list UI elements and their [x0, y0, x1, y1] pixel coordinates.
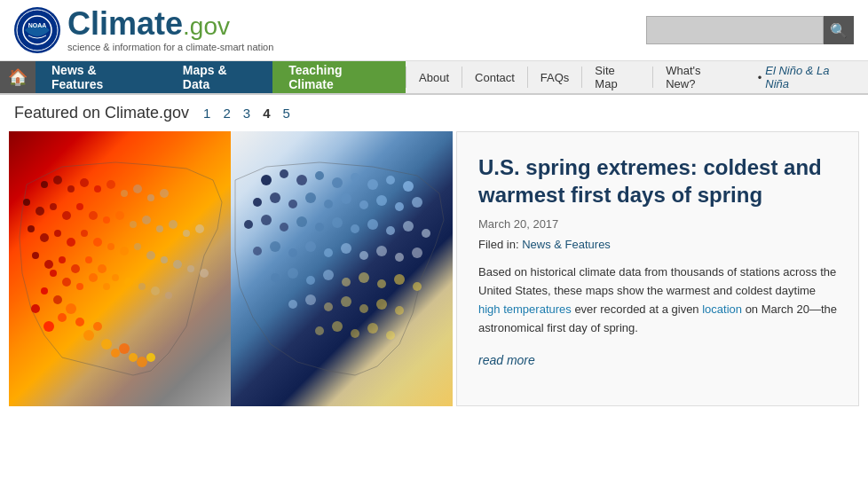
nav-elnino[interactable]: • El Niño & La Niña [746, 61, 868, 93]
svg-point-115 [323, 270, 334, 280]
svg-point-30 [124, 278, 133, 287]
svg-point-118 [377, 279, 386, 288]
page-2[interactable]: 2 [219, 104, 233, 122]
svg-point-89 [395, 202, 404, 211]
svg-point-38 [81, 230, 88, 237]
featured-bar: Featured on Climate.gov 1 2 3 4 5 [0, 95, 868, 131]
svg-point-47 [200, 269, 209, 278]
svg-point-124 [341, 296, 351, 307]
svg-point-42 [134, 243, 141, 250]
svg-point-15 [129, 353, 138, 362]
navbar: 🏠 News & Features Maps & Data Teaching C… [0, 61, 868, 95]
svg-point-78 [367, 179, 378, 190]
nav-faqs[interactable]: FAQs [528, 61, 582, 93]
svg-point-94 [296, 216, 307, 227]
svg-point-97 [351, 224, 359, 233]
svg-point-18 [50, 270, 57, 277]
svg-point-92 [261, 215, 272, 225]
article-date: March 20, 2017 [478, 217, 837, 231]
svg-point-32 [151, 287, 160, 295]
svg-point-126 [376, 299, 387, 310]
svg-point-4 [43, 321, 54, 332]
filed-link[interactable]: News & Features [522, 238, 611, 251]
article-title: U.S. spring extremes: coldest and warmes… [478, 153, 837, 208]
search-button[interactable]: 🔍 [824, 16, 854, 44]
map-warm [9, 131, 231, 406]
svg-point-39 [93, 238, 102, 247]
svg-point-6 [41, 287, 48, 294]
svg-point-40 [107, 243, 114, 250]
svg-point-25 [59, 256, 66, 263]
svg-point-110 [395, 253, 404, 262]
article-card: U.S. spring extremes: coldest and warmes… [456, 131, 859, 406]
svg-point-24 [44, 260, 53, 269]
svg-point-33 [165, 292, 172, 299]
page-4[interactable]: 4 [259, 104, 273, 122]
svg-point-114 [306, 276, 315, 285]
nav-whats-new[interactable]: What's New? [653, 61, 746, 93]
read-more-link[interactable]: read more [478, 353, 535, 367]
svg-point-43 [146, 251, 155, 260]
svg-point-130 [351, 329, 359, 338]
svg-point-117 [359, 272, 369, 283]
svg-text:NOAA: NOAA [28, 22, 47, 28]
svg-point-41 [120, 247, 129, 255]
svg-point-14 [119, 343, 130, 354]
svg-point-66 [94, 185, 101, 192]
nav-maps-data[interactable]: Maps & Data [167, 61, 272, 93]
search-input[interactable] [646, 16, 824, 44]
svg-point-63 [53, 176, 62, 185]
nav-news-features[interactable]: News & Features [36, 61, 167, 93]
svg-point-7 [53, 295, 62, 304]
svg-point-120 [413, 282, 422, 291]
svg-point-91 [244, 220, 253, 229]
svg-point-53 [89, 211, 98, 220]
nav-about[interactable]: About [406, 61, 462, 93]
noaa-logo[interactable]: NOAA [14, 7, 60, 53]
nav-contact[interactable]: Contact [462, 61, 527, 93]
logo-climate-text[interactable]: Climate.gov [67, 8, 273, 40]
svg-point-31 [138, 283, 146, 290]
pagination: 1 2 3 4 5 [200, 104, 294, 122]
svg-point-52 [76, 203, 83, 210]
svg-point-34 [28, 225, 35, 232]
nav-sitemap[interactable]: Site Map [582, 61, 652, 93]
svg-point-26 [71, 264, 80, 273]
page-1[interactable]: 1 [200, 104, 214, 122]
svg-point-75 [315, 171, 324, 180]
svg-point-96 [332, 217, 343, 228]
svg-point-128 [315, 326, 324, 335]
svg-point-79 [386, 176, 395, 185]
article-body: Based on historical climate data from th… [478, 263, 837, 337]
high-temperatures-link[interactable]: high temperatures [478, 302, 572, 316]
svg-point-74 [296, 175, 307, 185]
svg-point-23 [32, 252, 39, 259]
svg-point-62 [41, 181, 48, 188]
svg-point-86 [341, 193, 351, 204]
svg-point-8 [66, 303, 76, 314]
svg-point-10 [83, 330, 94, 341]
svg-point-57 [142, 216, 151, 224]
site-header: NOAA Climate.gov science & information f… [0, 0, 868, 61]
svg-point-121 [288, 300, 297, 309]
svg-point-109 [376, 246, 387, 256]
svg-point-12 [101, 339, 112, 349]
page-5[interactable]: 5 [279, 104, 293, 122]
svg-point-28 [98, 264, 107, 273]
svg-point-37 [67, 238, 75, 247]
svg-point-113 [288, 268, 298, 279]
svg-point-70 [147, 194, 154, 201]
page-3[interactable]: 3 [240, 104, 254, 122]
nav-home-button[interactable]: 🏠 [0, 61, 36, 93]
svg-point-64 [67, 185, 75, 192]
location-link[interactable]: location [702, 302, 742, 316]
svg-point-27 [85, 256, 92, 263]
svg-point-107 [341, 243, 351, 254]
svg-point-111 [412, 247, 422, 258]
svg-point-112 [271, 273, 280, 282]
nav-teaching-climate[interactable]: Teaching Climate [272, 61, 406, 93]
svg-point-125 [359, 304, 368, 313]
svg-point-102 [253, 247, 262, 255]
svg-point-83 [288, 200, 297, 208]
svg-point-71 [160, 189, 169, 198]
